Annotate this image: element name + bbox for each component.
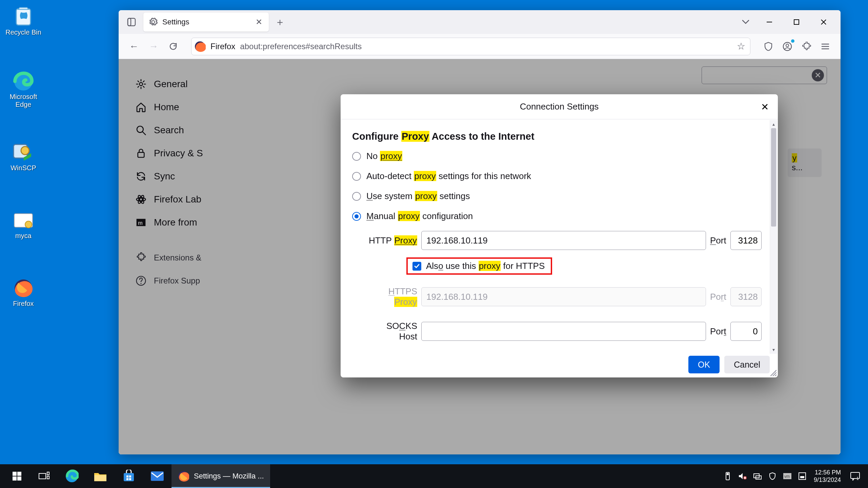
desktop-icon-edge[interactable]: Microsoft Edge [1,71,45,109]
svg-rect-38 [151,471,164,481]
svg-rect-29 [47,472,49,475]
taskbar-active-firefox[interactable]: Settings — Mozilla ... [171,464,270,488]
svg-rect-35 [129,475,131,477]
extensions-icon[interactable] [798,38,815,55]
radio-icon [352,192,361,201]
folder-icon [94,470,107,482]
taskbar-clock[interactable]: 12:56 PM 9/13/2024 [810,469,844,484]
taskbar-edge[interactable] [58,464,86,488]
task-view[interactable] [31,464,58,488]
spaces-button[interactable] [122,13,141,32]
connection-settings-dialog: Connection Settings ✕ Configure Proxy Ac… [341,94,778,377]
edge-icon [65,469,79,483]
firefox-icon [12,278,35,298]
url-bar[interactable]: Firefox about:preferences#searchResults … [191,38,750,55]
notification-center[interactable]: 1 [846,472,865,481]
back-button[interactable]: ← [125,38,142,55]
svg-rect-33 [124,473,134,481]
svg-rect-28 [39,473,46,479]
window-minimize[interactable] [756,14,783,31]
tray-usb-icon[interactable] [721,464,734,488]
forward-button[interactable]: → [145,38,162,55]
svg-rect-26 [13,476,17,481]
cancel-button[interactable]: Cancel [724,356,770,373]
window-close[interactable] [810,14,837,31]
taskbar-store[interactable] [115,464,143,488]
socks-port-input[interactable] [730,322,762,341]
tray-security-icon[interactable] [766,464,779,488]
tray-network-icon[interactable] [751,464,764,488]
dialog-body: Configure Proxy Access to the Internet N… [341,119,778,352]
dialog-scrollbar[interactable]: ▴ ▾ [770,120,777,354]
desktop-icon-myca[interactable]: myca [1,210,45,240]
tab-close[interactable]: ✕ [255,18,263,26]
tray-vm-icon[interactable]: vm [781,464,794,488]
proxy-heading: Configure Proxy Access to the Internet [352,131,763,142]
dialog-title: Connection Settings [520,101,599,112]
tabstrip: Settings ✕ ＋ [143,13,735,32]
scroll-down-icon[interactable]: ▾ [770,346,777,354]
label: Firefox [1,300,45,308]
option-auto-detect[interactable]: Auto-detect proxy settings for this netw… [352,171,763,181]
svg-text:vm: vm [784,474,790,479]
svg-rect-24 [13,472,17,476]
socks-host-input[interactable] [421,322,706,341]
http-port-input[interactable] [730,231,762,250]
desktop-icon-winscp[interactable]: WinSCP [1,142,45,172]
svg-point-5 [25,221,32,228]
window-maximize[interactable] [783,14,810,31]
app-menu[interactable] [817,38,834,55]
radio-icon [352,172,361,181]
also-use-https-checkbox[interactable]: Also use this proxy for HTTPS [406,257,552,275]
svg-rect-8 [128,18,131,26]
http-proxy-input[interactable] [421,231,706,250]
dialog-close[interactable]: ✕ [757,99,772,115]
option-manual-proxy[interactable]: Manual proxy configuration [352,211,763,221]
reload-icon [169,42,178,51]
account-icon[interactable] [779,38,796,55]
start-button[interactable] [3,464,31,488]
recycle-bin-icon [12,7,35,27]
gear-icon [149,18,158,26]
option-system-proxy[interactable]: Use system proxy settings [352,191,763,201]
winscp-icon [12,142,35,163]
reload-button[interactable] [165,38,182,55]
tray-ime-icon[interactable] [795,464,809,488]
https-port-input [730,287,762,306]
socks-host-label: SOCKS Host [366,321,417,342]
ok-button[interactable]: OK [688,356,720,373]
site-identity-icon[interactable] [194,41,206,52]
svg-rect-7 [128,18,135,26]
scroll-up-icon[interactable]: ▴ [770,120,777,128]
socks-port-label: Port [710,326,726,337]
shield-icon[interactable] [760,38,777,55]
svg-rect-37 [129,478,131,480]
option-no-proxy[interactable]: No proxy [352,151,763,161]
window-controls [756,14,837,31]
taskbar-mail[interactable] [143,464,171,488]
svg-rect-27 [17,476,21,481]
url-text: about:preferences#searchResults [240,42,362,51]
svg-rect-30 [47,476,49,479]
titlebar: Settings ✕ ＋ [119,10,841,34]
desktop-icon-firefox[interactable]: Firefox [1,278,45,308]
certificate-icon [12,210,35,231]
new-tab-button[interactable]: ＋ [272,14,288,30]
radio-icon-selected [352,212,361,221]
list-all-tabs[interactable] [735,20,756,24]
https-port-label: Port [710,292,726,302]
tab-settings[interactable]: Settings ✕ [143,13,269,32]
resize-grip-icon[interactable] [769,369,776,376]
scroll-thumb[interactable] [771,128,776,227]
label: Microsoft Edge [1,93,45,109]
https-proxy-input [421,287,706,306]
chevron-down-icon [742,20,749,24]
tab-label: Settings [162,18,250,26]
desktop-icon-recycle-bin[interactable]: Recycle Bin [1,7,45,36]
svg-rect-9 [794,20,799,24]
svg-rect-36 [126,478,128,480]
bookmark-star[interactable]: ☆ [737,41,745,52]
mail-icon [150,471,164,482]
tray-volume-icon[interactable] [736,464,749,488]
taskbar-explorer[interactable] [86,464,115,488]
